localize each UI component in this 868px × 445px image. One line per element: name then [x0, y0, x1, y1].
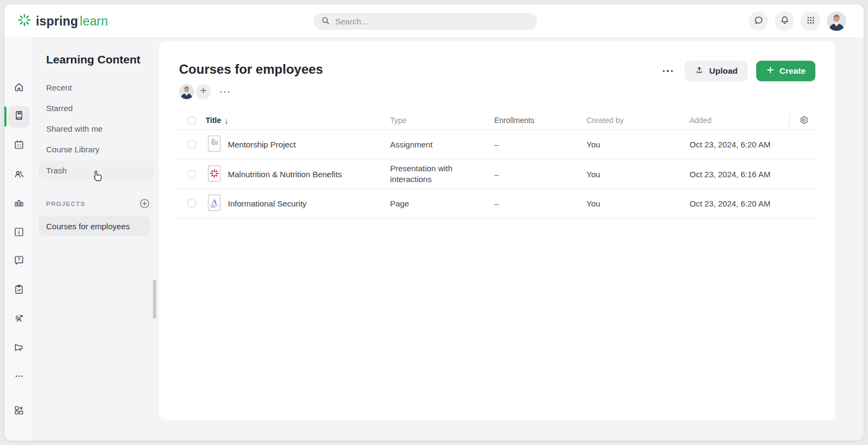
apps-launcher-button[interactable]: [801, 11, 820, 31]
user-avatar[interactable]: [827, 11, 846, 31]
row-type: Assignment: [390, 130, 489, 159]
create-button-label: Create: [780, 66, 806, 76]
brand-name-primary: ispring: [36, 14, 78, 28]
sidebar-item-label: Recent: [46, 83, 72, 92]
column-header-enrollments[interactable]: Enrollments: [494, 111, 576, 130]
projects-section-label: PROJECTS: [46, 201, 85, 207]
home-icon: [13, 81, 25, 95]
rail-help-button[interactable]: ?: [8, 250, 30, 272]
rail-calendar-button[interactable]: [8, 135, 30, 157]
sidebar-title: Learning Content: [46, 53, 141, 66]
row-enrollments: –: [494, 189, 576, 218]
column-header-type[interactable]: Type: [390, 111, 489, 130]
person-orbit-icon: [13, 312, 25, 326]
table-row[interactable]: A Informational Security Page – You Oct …: [175, 189, 819, 218]
sidebar-item-label: Course Library: [46, 145, 99, 154]
upload-icon: [694, 65, 704, 77]
sidebar-item-starred[interactable]: Starred: [39, 98, 154, 118]
add-project-button[interactable]: [139, 198, 150, 209]
column-header-added[interactable]: Added: [690, 111, 793, 130]
assignment-doc-icon: [207, 135, 221, 154]
book-icon: [13, 109, 25, 124]
column-header-title[interactable]: Title ↓: [206, 111, 228, 130]
rail-more-button[interactable]: [8, 366, 30, 388]
select-all-checkbox[interactable]: [188, 117, 196, 125]
sidebar-item-course-library[interactable]: Course Library: [39, 139, 154, 159]
upload-button[interactable]: Upload: [685, 61, 748, 81]
info-box-icon: [13, 226, 25, 240]
page-more-button[interactable]: [660, 67, 676, 75]
rail-knowledge-base-button[interactable]: [8, 222, 30, 244]
column-label: Type: [390, 115, 406, 126]
sidebar-project-courses-for-employees[interactable]: Courses for employees: [39, 216, 150, 236]
ispring-burst-icon: [17, 13, 31, 29]
rail-home-button[interactable]: [8, 78, 30, 99]
create-button[interactable]: Create: [756, 61, 815, 81]
row-type: Presentation with interactions: [390, 159, 489, 189]
megaphone-icon: [13, 341, 25, 356]
sidebar-item-label: Starred: [46, 104, 73, 113]
content-panel: Courses for employees: [159, 41, 835, 420]
more-horizontal-icon: [13, 370, 25, 384]
row-checkbox[interactable]: [188, 199, 196, 208]
owner-avatar[interactable]: [179, 84, 194, 99]
page-doc-icon: A: [207, 194, 221, 213]
sidebar-item-recent[interactable]: Recent: [39, 78, 154, 97]
sidebar-item-label: Trash: [46, 166, 67, 175]
row-added: Oct 23, 2024, 6:20 AM: [690, 189, 793, 218]
row-created-by: You: [586, 130, 673, 159]
apps-plus-icon: [13, 404, 25, 418]
row-title: Informational Security: [228, 189, 385, 218]
question-bubble-icon: ?: [13, 254, 25, 268]
row-created-by: You: [586, 189, 673, 218]
rail-addons-button[interactable]: [8, 401, 30, 422]
rail-reports-button[interactable]: [8, 194, 30, 215]
column-label: Added: [690, 116, 711, 125]
bell-icon: [779, 15, 790, 28]
row-enrollments: –: [494, 159, 576, 189]
notifications-button[interactable]: [775, 11, 794, 31]
plus-icon: [199, 86, 208, 97]
project-item-label: Courses for employees: [46, 222, 130, 231]
presentation-doc-icon: [207, 165, 221, 184]
rail-live-sessions-button[interactable]: [8, 308, 30, 330]
row-title: Mentorship Project: [228, 130, 385, 159]
sidebar-item-shared-with-me[interactable]: Shared with me: [39, 119, 154, 138]
row-checkbox[interactable]: [188, 170, 196, 178]
project-owners: [179, 84, 233, 99]
topbar: ispringlearn: [4, 4, 864, 38]
add-owner-button[interactable]: [196, 84, 211, 99]
row-created-by: You: [586, 159, 673, 189]
svg-text:?: ?: [17, 257, 20, 262]
calendar-icon: [13, 139, 25, 153]
sidebar-scrollbar[interactable]: [153, 280, 156, 319]
global-search[interactable]: [314, 13, 537, 30]
table-row[interactable]: Malnutrition & Nutrition Benefits Presen…: [175, 159, 819, 189]
brand-logo[interactable]: ispringlearn: [17, 4, 108, 38]
search-icon: [321, 16, 330, 28]
column-label: Enrollments: [494, 116, 534, 125]
rail-assignments-button[interactable]: [8, 280, 30, 301]
brand-name-secondary: learn: [80, 14, 108, 28]
plus-icon: [766, 66, 775, 76]
messages-button[interactable]: [749, 11, 768, 31]
rail-learning-content-button[interactable]: [8, 106, 30, 127]
table-header: Title ↓ Type Enrollments Created by Adde…: [175, 111, 819, 130]
sidebar-item-trash[interactable]: Trash: [39, 160, 154, 180]
header-divider: [789, 113, 790, 127]
sort-descending-icon: ↓: [225, 116, 229, 125]
table-row[interactable]: Mentorship Project Assignment – You Oct …: [175, 130, 819, 159]
owners-more-button[interactable]: [217, 88, 233, 96]
rail-announcements-button[interactable]: [8, 338, 30, 359]
sidebar-item-label: Shared with me: [46, 124, 103, 133]
search-input[interactable]: [335, 17, 530, 26]
icon-rail: ?: [4, 38, 34, 441]
upload-button-label: Upload: [709, 66, 738, 76]
users-icon: [13, 168, 25, 182]
table-settings-button[interactable]: [795, 113, 812, 128]
gear-icon: [799, 115, 809, 127]
row-checkbox[interactable]: [188, 140, 196, 149]
rail-people-button[interactable]: [8, 164, 30, 186]
column-header-created-by[interactable]: Created by: [586, 111, 673, 130]
grid-dots-icon: [806, 15, 816, 28]
